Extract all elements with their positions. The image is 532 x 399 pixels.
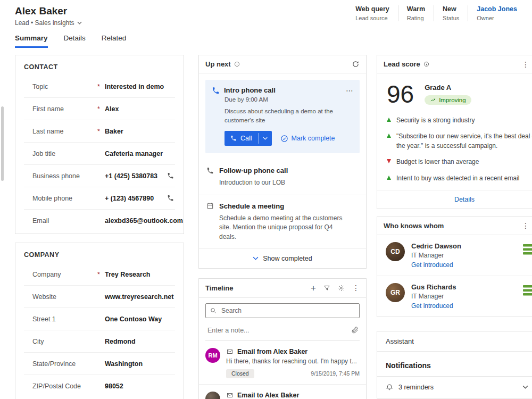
item-title: Schedule a meeting [219,202,284,210]
chevron-down-icon [253,256,259,260]
required-indicator [97,271,105,278]
more-icon[interactable]: ⋯ [346,86,353,95]
details-link[interactable]: Details [377,190,532,209]
person-row[interactable]: GR Gus Richards IT Manager Get introduce… [377,276,532,317]
field-company[interactable]: Company Trey Research [24,263,175,286]
note-composer[interactable] [205,322,360,341]
field-business-phone[interactable]: Business phone +1 (425) 5380783 [24,165,175,187]
field-topic[interactable]: Topic Interested in demo [24,76,175,98]
more-vertical-icon[interactable]: ⋮ [352,284,360,292]
insight-item: Security is a strong industry [387,116,532,125]
owner-link[interactable]: Jacob Jones [477,5,517,13]
status-value[interactable]: New [443,5,459,13]
form-tabs: Summary Details Related [15,34,126,48]
entry-title[interactable]: Email to Alex Baker [237,392,299,399]
email-icon [226,348,234,355]
field-label: Website [32,293,97,301]
up-next-item-follow-up[interactable]: Follow-up phone call Introduction to our… [199,160,366,194]
required-indicator [97,128,105,135]
entry-title[interactable]: Email from Alex Baker [237,348,307,355]
field-value[interactable]: Cafeteria manager [105,150,175,157]
person-role: IT Manager [411,293,456,300]
field-rating[interactable]: Warm Rating [398,5,434,21]
up-next-active-item[interactable]: Intro phone call ⋯ Due by 9:00 AM Discus… [205,80,360,153]
check-circle-icon [280,135,288,143]
tab-summary[interactable]: Summary [15,34,48,48]
field-status[interactable]: New Status [434,5,468,21]
info-icon [423,61,429,67]
field-mobile-phone[interactable]: Mobile phone + (123) 4567890 [24,187,175,210]
field-value[interactable]: Redmond [105,338,175,345]
field-value[interactable]: Washington [105,360,175,368]
get-introduced-link[interactable]: Get introduced [411,302,456,310]
field-value[interactable]: + (123) 4567890 [105,195,167,202]
field-value[interactable]: Alex [105,105,175,113]
search-input[interactable] [220,306,355,315]
field-label: Business phone [32,172,97,180]
settings-icon[interactable] [338,285,345,292]
field-website[interactable]: Website www.treyresearch.net [24,286,175,308]
person-name: Cedric Dawson [411,242,461,250]
note-input[interactable] [206,326,352,335]
field-job-title[interactable]: Job title Cafeteria manager [24,143,175,165]
field-value[interactable]: www.treyresearch.net [105,293,175,301]
up-next-item-schedule-meeting[interactable]: Schedule a meeting Schedule a demo meeti… [199,195,366,248]
activity-due: Due by 9:00 AM [225,96,353,103]
field-value[interactable]: +1 (425) 5380783 [105,172,167,180]
phone-icon[interactable] [167,195,175,202]
more-vertical-icon[interactable]: ⋮ [522,61,529,68]
reminders-expander[interactable]: 3 reminders [377,376,532,398]
more-vertical-icon[interactable]: ⋮ [522,222,529,229]
field-email[interactable]: Email alexbd365@outlook.com [24,210,175,231]
lead-score-value: 96 [387,82,414,106]
insight-item: Budget is lower than average [387,157,532,167]
insight-item: "Subscribe to our new service, it's the … [387,132,532,151]
field-label: ZIP/Postal Code [32,383,97,390]
lead-grade: Grade A [425,84,471,92]
scrollbar[interactable] [1,106,4,181]
search-icon [210,307,217,314]
field-state-province[interactable]: State/Province Washington [24,353,175,375]
field-value[interactable]: alexbd365@outlook.com [105,217,183,225]
paperclip-icon[interactable] [352,327,359,334]
timeline-entry[interactable]: Email to Alex Baker Hi there, thanks for… [199,385,366,399]
field-label: Job title [32,150,97,157]
phone-icon [230,135,237,142]
lead-source-value[interactable]: Web query [355,5,389,13]
record-header: Alex Baker Lead • Sales insights [15,5,82,27]
field-first-name[interactable]: First name Alex [24,98,175,120]
timeline-search[interactable] [205,303,360,318]
rating-value[interactable]: Warm [407,5,425,13]
up-next-title: Up next [205,60,231,68]
tab-details[interactable]: Details [64,34,86,48]
field-last-name[interactable]: Last name Baker [24,120,175,143]
field-value[interactable]: Trey Research [105,271,175,278]
field-value[interactable]: One Contoso Way [105,315,175,323]
field-street1[interactable]: Street 1 One Contoso Way [24,308,175,330]
field-lead-source[interactable]: Web query Lead source [347,5,398,21]
call-split-chevron-icon[interactable] [259,131,272,146]
field-owner[interactable]: Jacob Jones Owner [468,5,526,21]
field-label: Mobile phone [32,195,97,202]
field-zip-postal-code[interactable]: ZIP/Postal Code 98052 [24,375,175,397]
form-selector[interactable]: Lead • Sales insights [15,19,82,27]
field-value[interactable]: Baker [105,128,175,135]
field-city[interactable]: City Redmond [24,330,175,353]
call-button[interactable]: Call [225,131,272,146]
filter-icon[interactable] [323,285,330,292]
field-label: Street 1 [32,315,97,323]
field-value[interactable]: Interested in demo [105,83,175,90]
mark-complete-button[interactable]: Mark complete [280,135,335,143]
insight-list: Security is a strong industry "Subscribe… [377,116,532,183]
add-icon[interactable]: + [311,284,316,293]
insight-text: Security is a strong industry [396,116,475,125]
phone-icon[interactable] [167,172,175,179]
timeline-entry[interactable]: RM Email from Alex Baker Hi there, thank… [199,341,366,385]
tab-related[interactable]: Related [102,34,127,48]
entry-timestamp: 9/15/2019, 7:45 PM [311,370,360,377]
show-completed-button[interactable]: Show completed [199,248,366,268]
field-value[interactable]: 98052 [105,383,175,390]
refresh-icon[interactable] [352,60,360,68]
person-row[interactable]: CD Cedric Dawson IT Manager Get introduc… [377,235,532,276]
get-introduced-link[interactable]: Get introduced [411,261,461,269]
